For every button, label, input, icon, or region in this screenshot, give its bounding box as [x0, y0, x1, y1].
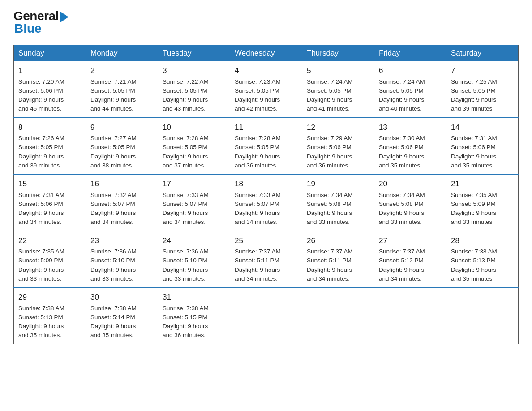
sunrise-label: Sunrise: 7:36 AM — [163, 248, 209, 255]
daylight-minutes: and 33 minutes. — [90, 275, 133, 282]
day-number: 17 — [163, 178, 225, 190]
day-cell-11: 11 Sunrise: 7:28 AM Sunset: 5:05 PM Dayl… — [230, 118, 302, 175]
calendar-header-row: SundayMondayTuesdayWednesdayThursdayFrid… — [14, 45, 519, 62]
day-cell-16: 16 Sunrise: 7:32 AM Sunset: 5:07 PM Dayl… — [86, 174, 158, 231]
daylight-label: Daylight: 9 hours — [18, 153, 64, 160]
sunset-label: Sunset: 5:09 PM — [18, 257, 63, 264]
sunset-label: Sunset: 5:05 PM — [379, 87, 424, 94]
week-row-1: 1 Sunrise: 7:20 AM Sunset: 5:06 PM Dayli… — [14, 61, 519, 118]
day-number: 31 — [163, 291, 225, 303]
day-number: 3 — [163, 65, 225, 77]
daylight-label: Daylight: 9 hours — [18, 96, 64, 103]
day-number: 27 — [379, 235, 442, 247]
day-cell-30: 30 Sunrise: 7:38 AM Sunset: 5:14 PM Dayl… — [86, 287, 158, 344]
daylight-label: Daylight: 9 hours — [163, 153, 208, 160]
day-cell-14: 14 Sunrise: 7:31 AM Sunset: 5:06 PM Dayl… — [446, 118, 519, 175]
daylight-label: Daylight: 9 hours — [163, 266, 208, 273]
sunrise-label: Sunrise: 7:38 AM — [18, 305, 64, 312]
daylight-label: Daylight: 9 hours — [307, 210, 352, 216]
daylight-label: Daylight: 9 hours — [307, 153, 352, 160]
daylight-minutes: and 34 minutes. — [235, 218, 278, 225]
day-number: 24 — [163, 235, 225, 247]
day-number: 18 — [235, 178, 297, 190]
sunset-label: Sunset: 5:11 PM — [307, 257, 352, 264]
daylight-label: Daylight: 9 hours — [18, 323, 64, 330]
daylight-minutes: and 35 minutes. — [451, 162, 494, 169]
daylight-minutes: and 37 minutes. — [163, 162, 206, 169]
logo-blue-text: Blue — [14, 21, 42, 36]
day-cell-13: 13 Sunrise: 7:30 AM Sunset: 5:06 PM Dayl… — [374, 118, 446, 175]
daylight-label: Daylight: 9 hours — [235, 153, 280, 160]
daylight-label: Daylight: 9 hours — [163, 323, 208, 330]
day-number: 4 — [235, 65, 297, 77]
day-number: 20 — [379, 178, 442, 190]
sunset-label: Sunset: 5:13 PM — [451, 257, 496, 264]
sunset-label: Sunset: 5:08 PM — [307, 201, 352, 207]
daylight-label: Daylight: 9 hours — [90, 96, 136, 103]
day-cell-23: 23 Sunrise: 7:36 AM Sunset: 5:10 PM Dayl… — [86, 231, 158, 288]
day-number: 10 — [163, 122, 225, 133]
day-number: 9 — [90, 122, 153, 133]
sunrise-label: Sunrise: 7:30 AM — [379, 135, 425, 141]
sunset-label: Sunset: 5:06 PM — [379, 144, 424, 150]
day-cell-8: 8 Sunrise: 7:26 AM Sunset: 5:05 PM Dayli… — [14, 118, 86, 175]
day-number: 16 — [90, 178, 153, 190]
daylight-minutes: and 41 minutes. — [307, 105, 350, 112]
sunrise-label: Sunrise: 7:31 AM — [18, 192, 64, 198]
day-number: 29 — [18, 291, 81, 303]
daylight-label: Daylight: 9 hours — [18, 266, 64, 273]
daylight-label: Daylight: 9 hours — [18, 210, 64, 216]
sunset-label: Sunset: 5:14 PM — [90, 314, 135, 321]
week-row-4: 22 Sunrise: 7:35 AM Sunset: 5:09 PM Dayl… — [14, 231, 519, 288]
daylight-minutes: and 33 minutes. — [379, 218, 422, 225]
sunrise-label: Sunrise: 7:27 AM — [90, 135, 137, 141]
sunrise-label: Sunrise: 7:23 AM — [235, 78, 281, 85]
day-number: 30 — [90, 291, 153, 303]
daylight-label: Daylight: 9 hours — [163, 96, 208, 103]
sunrise-label: Sunrise: 7:24 AM — [307, 78, 353, 85]
daylight-label: Daylight: 9 hours — [90, 323, 136, 330]
daylight-minutes: and 40 minutes. — [379, 105, 422, 112]
day-number: 15 — [18, 178, 81, 190]
col-header-thursday: Thursday — [302, 45, 374, 62]
daylight-minutes: and 36 minutes. — [307, 162, 350, 169]
daylight-label: Daylight: 9 hours — [307, 96, 352, 103]
day-cell-17: 17 Sunrise: 7:33 AM Sunset: 5:07 PM Dayl… — [158, 174, 230, 231]
day-cell-6: 6 Sunrise: 7:24 AM Sunset: 5:05 PM Dayli… — [374, 61, 446, 118]
sunrise-label: Sunrise: 7:31 AM — [451, 135, 497, 141]
day-number: 5 — [307, 65, 369, 77]
day-cell-3: 3 Sunrise: 7:22 AM Sunset: 5:05 PM Dayli… — [158, 61, 230, 118]
daylight-minutes: and 35 minutes. — [451, 275, 494, 282]
daylight-label: Daylight: 9 hours — [235, 266, 280, 273]
col-header-monday: Monday — [86, 45, 158, 62]
daylight-minutes: and 34 minutes. — [18, 218, 61, 225]
daylight-minutes: and 35 minutes. — [379, 162, 422, 169]
day-cell-12: 12 Sunrise: 7:29 AM Sunset: 5:06 PM Dayl… — [302, 118, 374, 175]
day-cell-21: 21 Sunrise: 7:35 AM Sunset: 5:09 PM Dayl… — [446, 174, 519, 231]
col-header-tuesday: Tuesday — [158, 45, 230, 62]
sunset-label: Sunset: 5:07 PM — [163, 201, 207, 207]
week-row-2: 8 Sunrise: 7:26 AM Sunset: 5:05 PM Dayli… — [14, 118, 519, 175]
day-cell-10: 10 Sunrise: 7:28 AM Sunset: 5:05 PM Dayl… — [158, 118, 230, 175]
sunrise-label: Sunrise: 7:22 AM — [163, 78, 209, 85]
col-header-sunday: Sunday — [14, 45, 86, 62]
sunrise-label: Sunrise: 7:28 AM — [235, 135, 281, 141]
daylight-minutes: and 43 minutes. — [163, 105, 206, 112]
day-cell-25: 25 Sunrise: 7:37 AM Sunset: 5:11 PM Dayl… — [230, 231, 302, 288]
daylight-label: Daylight: 9 hours — [90, 153, 136, 160]
sunset-label: Sunset: 5:06 PM — [18, 201, 63, 207]
sunset-label: Sunset: 5:09 PM — [451, 201, 496, 207]
sunrise-label: Sunrise: 7:34 AM — [307, 192, 353, 198]
day-cell-20: 20 Sunrise: 7:34 AM Sunset: 5:08 PM Dayl… — [374, 174, 446, 231]
daylight-minutes: and 33 minutes. — [163, 275, 206, 282]
sunrise-label: Sunrise: 7:29 AM — [307, 135, 353, 141]
daylight-label: Daylight: 9 hours — [90, 266, 136, 273]
daylight-minutes: and 34 minutes. — [307, 275, 350, 282]
day-cell-24: 24 Sunrise: 7:36 AM Sunset: 5:10 PM Dayl… — [158, 231, 230, 288]
day-cell-1: 1 Sunrise: 7:20 AM Sunset: 5:06 PM Dayli… — [14, 61, 86, 118]
day-number: 14 — [451, 122, 514, 133]
daylight-minutes: and 35 minutes. — [90, 332, 133, 338]
sunrise-label: Sunrise: 7:33 AM — [163, 192, 209, 198]
day-number: 2 — [90, 65, 153, 77]
sunset-label: Sunset: 5:05 PM — [451, 87, 496, 94]
